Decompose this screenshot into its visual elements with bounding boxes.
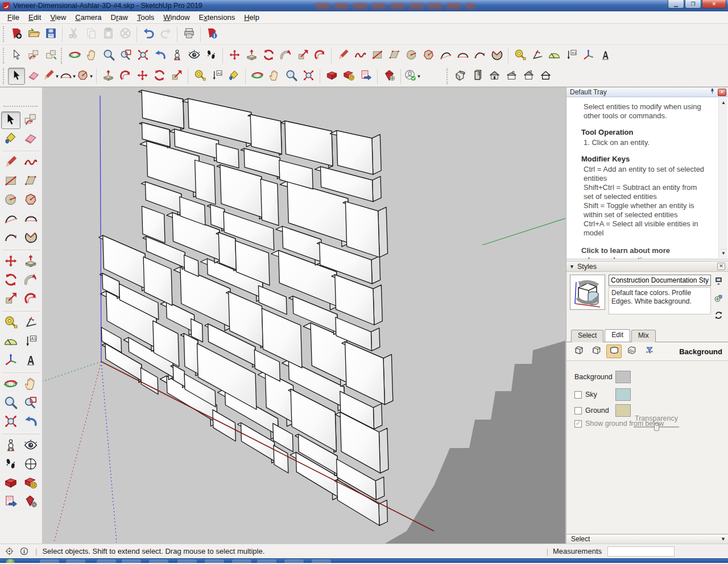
offset-button[interactable] <box>311 47 328 64</box>
background-style[interactable] <box>606 345 622 358</box>
toolbar-drag-handle[interactable] <box>3 68 6 84</box>
dropdown-arrow-icon[interactable]: ▼ <box>417 74 421 79</box>
restore-button[interactable]: ❐ <box>685 0 701 9</box>
styles-close-icon[interactable]: ✕ <box>717 263 725 270</box>
instructor-scrollbar[interactable]: ▲ ▼ <box>718 98 727 258</box>
dropdown-arrow-icon[interactable]: ▼ <box>89 74 94 79</box>
modeling-style[interactable] <box>642 345 657 358</box>
line-button[interactable] <box>334 47 351 64</box>
redo-button[interactable] <box>157 26 174 43</box>
get-models-button[interactable] <box>21 475 40 492</box>
windows-taskbar[interactable] <box>0 558 728 563</box>
add-style[interactable] <box>713 293 724 306</box>
tray-header[interactable]: Default Tray ✕ <box>566 88 728 97</box>
pie-button[interactable] <box>21 229 40 247</box>
toolbar-drag-handle[interactable] <box>3 48 6 64</box>
axes-button[interactable] <box>580 47 597 64</box>
taskbar-app-icon[interactable] <box>257 559 276 563</box>
scale-button[interactable] <box>294 47 311 64</box>
edge-style[interactable] <box>571 345 586 358</box>
make-component-button[interactable] <box>25 47 42 64</box>
open-button[interactable] <box>25 26 42 43</box>
tab-edit[interactable]: Edit <box>605 329 630 342</box>
menu-item-extensions[interactable]: Extensions <box>195 12 240 23</box>
minimize-button[interactable]: ▁ <box>668 0 684 9</box>
three-d-warehouse-button[interactable] <box>1 475 20 492</box>
sky-checkbox[interactable] <box>574 391 582 399</box>
line-button[interactable] <box>1 154 20 172</box>
section-plane-button[interactable] <box>21 456 40 474</box>
pan-button[interactable] <box>266 68 283 85</box>
look-around-button[interactable] <box>185 47 202 64</box>
model-viewport[interactable] <box>43 88 566 544</box>
scale-button[interactable] <box>168 68 185 85</box>
taskbar-app-icon[interactable] <box>97 559 116 563</box>
three-d-text-button[interactable] <box>21 352 40 370</box>
sky-color-swatch[interactable] <box>615 388 631 401</box>
text-button[interactable]: A1 <box>562 47 580 64</box>
zoom-button[interactable] <box>100 47 117 64</box>
measurements-input[interactable] <box>607 546 675 557</box>
toolbar-drag-handle[interactable] <box>3 26 6 42</box>
rotate-button[interactable] <box>260 47 277 64</box>
position-camera-button[interactable] <box>1 437 20 455</box>
styles-panel-header[interactable]: ▼ Styles ✕ <box>566 261 728 272</box>
three-d-warehouse-button[interactable] <box>323 68 340 85</box>
protractor-button[interactable] <box>545 47 562 64</box>
watermark-style[interactable] <box>624 345 639 358</box>
menu-item-window[interactable]: Window <box>159 12 194 23</box>
select-button[interactable] <box>1 111 20 129</box>
three-d-text-button[interactable] <box>597 47 614 64</box>
refresh[interactable] <box>713 310 724 323</box>
toolbar-drag-handle[interactable] <box>446 68 450 84</box>
select-button[interactable] <box>8 68 25 85</box>
scale-button[interactable] <box>1 291 20 308</box>
previous-button[interactable] <box>151 47 168 64</box>
taskbar-app-icon[interactable] <box>177 559 197 563</box>
save-button[interactable] <box>42 26 59 43</box>
taskbar-app-icon[interactable] <box>66 559 85 563</box>
make-component-button[interactable] <box>21 111 40 129</box>
undo-button[interactable] <box>140 26 157 43</box>
toolbar-drag-handle[interactable] <box>3 106 38 107</box>
cut-button[interactable] <box>65 26 82 43</box>
taskbar-app-icon[interactable] <box>40 559 59 563</box>
new-button[interactable] <box>8 26 25 43</box>
previous-button[interactable] <box>21 413 40 431</box>
show-ground-checkbox[interactable] <box>574 420 582 428</box>
chevron-down-icon[interactable]: ▼ <box>721 536 726 542</box>
copy-button[interactable] <box>82 26 100 43</box>
make-group-button[interactable] <box>42 47 59 64</box>
menu-item-file[interactable]: File <box>3 12 24 23</box>
offset-button[interactable] <box>21 291 40 308</box>
view-right-button[interactable] <box>503 68 520 85</box>
geolocation-icon[interactable] <box>5 546 14 556</box>
monitor[interactable] <box>713 276 724 289</box>
pan-button[interactable] <box>21 376 40 393</box>
menu-item-view[interactable]: View <box>46 12 71 23</box>
menu-item-edit[interactable]: Edit <box>24 12 46 23</box>
menu-item-camera[interactable]: Camera <box>71 12 106 23</box>
get-models-button[interactable] <box>340 68 357 85</box>
rotated-rectangle-button[interactable] <box>386 47 403 64</box>
collapse-triangle-icon[interactable]: ▼ <box>569 264 574 269</box>
taskbar-app-icon[interactable] <box>149 559 168 563</box>
start-orb-icon[interactable] <box>6 559 15 563</box>
move-button[interactable] <box>1 253 20 271</box>
advanced-operations-link[interactable]: Click to learn about more advanced opera… <box>581 246 705 259</box>
move-button[interactable] <box>226 47 243 64</box>
scroll-up-icon[interactable]: ▲ <box>719 99 727 107</box>
scroll-down-icon[interactable]: ▼ <box>719 249 727 257</box>
move-button[interactable] <box>134 68 151 85</box>
ground-checkbox[interactable] <box>574 407 582 414</box>
tape-measure-button[interactable] <box>511 47 528 64</box>
offset-button[interactable] <box>117 68 134 85</box>
three-point-arc-button[interactable] <box>1 229 20 247</box>
walk-button[interactable] <box>1 456 20 474</box>
text-button[interactable]: A1 <box>21 333 40 351</box>
rotate-button[interactable] <box>1 272 20 289</box>
zoom-button[interactable] <box>283 68 300 85</box>
paint-bucket-button[interactable] <box>225 68 242 85</box>
paint-bucket-button[interactable] <box>1 130 20 148</box>
account-button[interactable]: ▼ <box>404 68 421 85</box>
